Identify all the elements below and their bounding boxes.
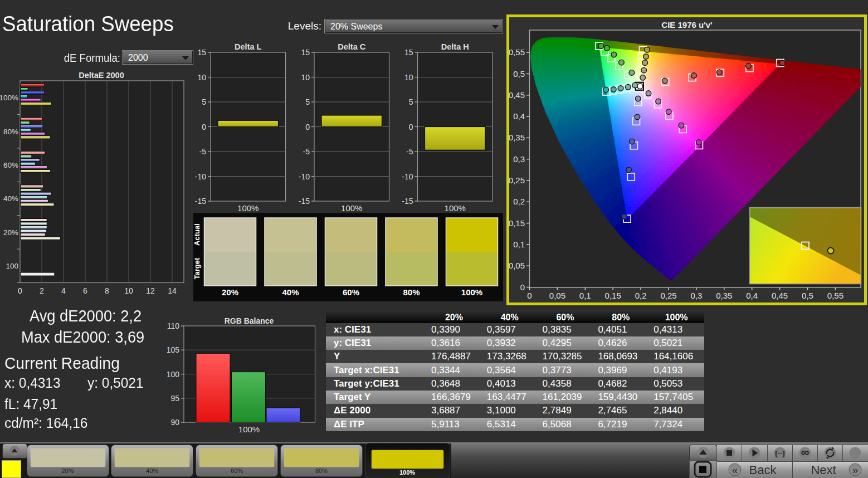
svg-text:100%: 100%	[445, 203, 466, 213]
svg-text:0,4: 0,4	[513, 111, 525, 121]
svg-text:-15: -15	[299, 197, 310, 206]
svg-text:100: 100	[167, 370, 180, 379]
svg-text:20%: 20%	[3, 228, 18, 237]
svg-text:0: 0	[527, 291, 531, 300]
svg-text:0,55: 0,55	[827, 291, 843, 300]
svg-text:-5: -5	[303, 147, 310, 156]
svg-text:0,5: 0,5	[802, 291, 813, 300]
svg-text:Target: Target	[193, 257, 201, 279]
svg-text:0,45: 0,45	[509, 90, 525, 100]
svg-text:4: 4	[61, 286, 66, 295]
svg-text:20%: 20%	[222, 287, 238, 297]
svg-text:0,5: 0,5	[513, 69, 525, 79]
svg-text:»: »	[852, 464, 859, 476]
svg-text:Actual: Actual	[193, 223, 201, 246]
svg-text:0,05: 0,05	[509, 261, 525, 270]
svg-text:0,1: 0,1	[513, 240, 525, 249]
svg-text:10: 10	[124, 286, 133, 295]
svg-text:100%: 100%	[341, 203, 362, 213]
svg-text:100%: 100%	[238, 425, 260, 434]
svg-text:DeltaE 2000: DeltaE 2000	[79, 71, 124, 80]
svg-text:0,3: 0,3	[690, 291, 702, 300]
svg-text:0,15: 0,15	[605, 291, 621, 300]
svg-text:6: 6	[83, 286, 87, 295]
svg-text:10: 10	[301, 73, 310, 82]
svg-text:0,25: 0,25	[509, 175, 525, 185]
svg-text:Delta L: Delta L	[235, 42, 261, 51]
svg-text:60%: 60%	[3, 161, 18, 169]
svg-text:14: 14	[168, 286, 177, 295]
svg-text:0: 0	[409, 123, 413, 131]
svg-text:0,1: 0,1	[579, 291, 591, 300]
svg-text:-10: -10	[402, 172, 413, 181]
svg-text:100: 100	[6, 262, 18, 270]
svg-text:100%: 100%	[0, 94, 18, 102]
svg-text:CIE 1976 u'v': CIE 1976 u'v'	[661, 20, 712, 30]
svg-text:0,35: 0,35	[509, 133, 525, 142]
svg-text:0,55: 0,55	[509, 47, 525, 57]
svg-text:Back: Back	[749, 463, 777, 477]
svg-text:5: 5	[409, 97, 413, 106]
svg-text:«: «	[732, 464, 738, 476]
svg-text:0,25: 0,25	[660, 291, 676, 300]
svg-text:0,4: 0,4	[746, 291, 758, 300]
svg-text:0,15: 0,15	[509, 218, 525, 228]
svg-text:40%: 40%	[282, 287, 299, 297]
svg-text:0,45: 0,45	[772, 291, 788, 300]
svg-text:80%: 80%	[403, 287, 420, 297]
svg-text:0,2: 0,2	[635, 291, 647, 300]
svg-text:60%: 60%	[343, 287, 359, 297]
svg-text:10: 10	[404, 73, 413, 82]
svg-text:95: 95	[170, 394, 179, 403]
svg-text:15: 15	[197, 48, 206, 57]
svg-text:80%: 80%	[3, 128, 18, 136]
svg-text:RGB Balance: RGB Balance	[225, 316, 274, 325]
svg-text:0: 0	[202, 123, 206, 131]
svg-text:40%: 40%	[3, 194, 18, 203]
svg-text:∞: ∞	[801, 446, 809, 459]
svg-text:105: 105	[167, 345, 180, 354]
svg-text:[··]: [··]	[775, 449, 784, 457]
svg-text:-5: -5	[199, 147, 207, 156]
svg-text:0: 0	[520, 282, 525, 292]
svg-text:0,3: 0,3	[513, 154, 525, 164]
svg-text:-15: -15	[195, 197, 206, 206]
svg-text:-10: -10	[195, 172, 206, 181]
svg-text:15: 15	[404, 48, 413, 57]
svg-text:2: 2	[40, 286, 44, 295]
svg-text:5: 5	[202, 97, 206, 106]
svg-text:8: 8	[105, 286, 109, 295]
svg-text:12: 12	[146, 286, 155, 295]
svg-text:Delta H: Delta H	[441, 42, 469, 51]
svg-text:Next: Next	[811, 463, 836, 477]
svg-text:110: 110	[167, 321, 180, 330]
svg-text:0,2: 0,2	[513, 197, 525, 206]
svg-text:0,35: 0,35	[716, 291, 732, 300]
svg-text:0,05: 0,05	[549, 291, 565, 300]
svg-text:100%: 100%	[461, 287, 482, 297]
svg-text:100%: 100%	[237, 203, 259, 213]
svg-text:0: 0	[18, 286, 22, 295]
svg-text:Delta C: Delta C	[338, 42, 365, 51]
svg-text:0: 0	[305, 123, 310, 131]
svg-text:10: 10	[197, 73, 206, 82]
svg-text:-5: -5	[406, 147, 413, 156]
svg-text:-10: -10	[299, 172, 310, 181]
svg-text:5: 5	[305, 97, 310, 106]
svg-text:15: 15	[301, 48, 310, 57]
svg-text:90: 90	[170, 418, 179, 427]
svg-text:-15: -15	[402, 197, 413, 206]
